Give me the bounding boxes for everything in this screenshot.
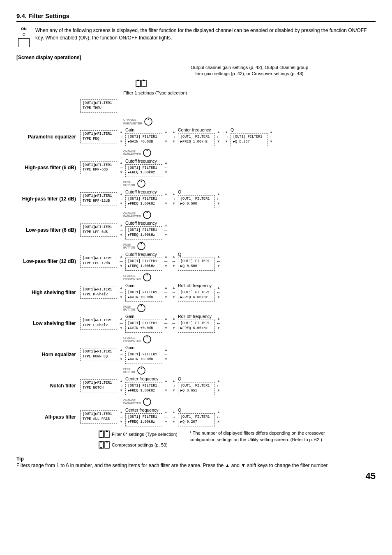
- filter-screen-5: [OUT1]▶FILTER1TYPE H-Shelv: [80, 286, 117, 299]
- knob-between-0: CHANGEPARAMETER: [123, 116, 376, 127]
- param-screen-4-1: [OUT1] FILTER1▶Q 0.500: [178, 258, 215, 271]
- arrow-right-5-0: ▲ → ▼: [119, 286, 124, 299]
- filter-name-7: Horn equalizer: [16, 352, 80, 357]
- arrow-left-9-0: ▲ ← ▼: [164, 410, 168, 424]
- arrow-left-5-0: ▲ ← ▼: [164, 286, 168, 299]
- knob-between-3: CHANGE PARAMETER: [123, 209, 376, 221]
- page-number: 45: [366, 471, 376, 481]
- filter-name-0: Parametric equalizer: [16, 134, 80, 140]
- filter-screen-6: [OUT1]▶FILTER1TYPE L-Shelv: [80, 317, 117, 330]
- param-group-9-1: Q[OUT1] FILTER1▶Q 0.267: [178, 408, 215, 426]
- arrow-right-3-0: ▲ → ▼: [119, 223, 124, 237]
- filter-row-5: High shelving filter[OUT1]▶FILTER1TYPE H…: [16, 283, 376, 302]
- param-label-6-1: Roll-off frequency: [178, 314, 212, 319]
- param-group-2-0: Cutoff frequency[OUT1] FILTER1▶FREQ 1.00…: [125, 189, 162, 208]
- param-label-1-0: Cutoff frequency: [125, 159, 157, 164]
- filter-name-3: Low-pass filter (6 dB): [16, 227, 80, 233]
- screen-ops-title: [Screen display operations]: [16, 55, 376, 60]
- knob-icon-6: [137, 304, 146, 313]
- param-label-0-1: Center frequency: [178, 127, 211, 132]
- knob-between-9: CHANGE PARAMETER: [123, 396, 376, 408]
- param-label-5-1: Roll-off frequency: [178, 283, 212, 288]
- arrow-left-7-0: ▲ ← ▼: [164, 348, 168, 361]
- param-label-8-0: Center frequency: [125, 376, 159, 381]
- arrow-left-3-0: ▲ ← ▼: [164, 223, 168, 237]
- filter-name-2: High-pass filter (12 dB): [16, 196, 80, 202]
- filter-name-6: Low shelving filter: [16, 320, 80, 326]
- arrow-right-1-0: ▲ → ▼: [119, 161, 124, 174]
- filter1-label: Filter 1 settings (Type selection): [123, 90, 376, 95]
- param-screen-0-1: [OUT1] FILTER1▶FREQ 1.00kHz: [178, 133, 215, 146]
- svg-point-6: [148, 118, 149, 120]
- param-group-5-0: Gain[OUT1] FILTER1▶GAIN +0.0dB: [125, 283, 162, 302]
- top-nav-icon: [136, 79, 376, 88]
- top-label: Output channel gain settings (p. 42), Ou…: [123, 64, 376, 77]
- knob-icon-9: [143, 397, 152, 406]
- param-group-4-1: Q[OUT1] FILTER1▶Q 0.500: [178, 252, 215, 271]
- param-screen-8-1: [OUT1] FILTER1▶Q 8.651: [178, 382, 215, 395]
- arrow-right-6-0: ▲ → ▼: [119, 317, 124, 330]
- knob-between-4: PUSH BUTTON: [123, 240, 376, 252]
- knob-between-2: PUSH BUTTON: [123, 178, 376, 189]
- param-label-0-2: Q: [231, 127, 234, 132]
- param-label-9-1: Q: [178, 408, 181, 412]
- arrow-right-0-2: ▲ → ▼: [224, 130, 229, 143]
- tip-section: Tip Filters range from 1 to 6 in number,…: [16, 456, 376, 469]
- arrow-right-0-1: ▲ → ▼: [171, 130, 176, 143]
- svg-point-16: [147, 274, 148, 275]
- svg-point-22: [141, 368, 142, 369]
- arrow-left-4-0: ▲ ← ▼: [164, 255, 168, 268]
- svg-rect-0: [136, 80, 141, 87]
- section-title: 9.4. Filter Settings: [16, 12, 376, 22]
- filter6-nav-icon: [99, 430, 110, 439]
- tip-title: Tip: [16, 456, 24, 462]
- diagram-area: Output channel gain settings (p. 42), Ou…: [16, 64, 376, 469]
- on-label: ON: [21, 27, 27, 31]
- arrow-right-9-0: ▲ → ▼: [119, 410, 124, 424]
- filter-screen-7: [OUT1]▶FILTER1TYPE HORN EQ: [80, 348, 117, 361]
- svg-rect-3: [142, 80, 146, 87]
- param-screen-6-0: [OUT1] FILTER1▶GAIN +0.0dB: [125, 320, 162, 333]
- knob-icon-2: [137, 179, 146, 188]
- intro-block: ON ○ When any of the following screens i…: [16, 27, 376, 47]
- svg-point-14: [141, 243, 142, 244]
- param-label-5-0: Gain: [125, 283, 134, 288]
- arrow-left-0-0: ▲ ← ▼: [164, 130, 168, 143]
- param-label-0-0: Gain: [125, 127, 134, 132]
- arrow-right-4-1: ▲ → ▼: [171, 255, 176, 268]
- filter-row-7: Horn equalizer[OUT1]▶FILTER1TYPE HORN EQ…: [16, 345, 376, 364]
- bottom-area: Filter 6* settings (Type selection) Comp…: [16, 430, 376, 449]
- svg-point-18: [141, 305, 142, 306]
- param-group-1-0: Cutoff frequency[OUT1] FILTER1▶FREQ 1.00…: [125, 159, 162, 177]
- param-screen-7-0: [OUT1] FILTER1▶GAIN +0.0dB: [125, 351, 162, 364]
- arrow-left-6-1: ▲ ← ▼: [216, 317, 221, 330]
- on-off-indicator: ON ○: [16, 27, 31, 47]
- filter-name-8: Notch filter: [16, 383, 80, 389]
- svg-rect-33: [105, 442, 109, 448]
- param-screen-2-0: [OUT1] FILTER1▶FREQ 1.00kHz: [125, 195, 162, 208]
- filter-screen-4: [OUT1]▶FILTER1TYPE LPF-12dB: [80, 255, 117, 268]
- arrow-left-8-1: ▲ ← ▼: [216, 379, 221, 392]
- intro-text: When any of the following screens is dis…: [35, 27, 376, 41]
- filter-row-1: High-pass filter (6 dB)[OUT1]▶FILTER1TYP…: [16, 159, 376, 177]
- arrow-left-2-1: ▲ ← ▼: [216, 192, 221, 205]
- arrow-left-9-1: ▲ ← ▼: [216, 410, 221, 424]
- filter-screen-2: [OUT1]▶FILTER1TYPE HPF-12dB: [80, 192, 117, 205]
- arrow-right-5-1: ▲ → ▼: [171, 286, 176, 299]
- filter-row-3: Low-pass filter (6 dB)[OUT1]▶FILTER1TYPE…: [16, 221, 376, 240]
- knob-between-1: CHANGE PARAMETER: [123, 147, 376, 159]
- knob-icon-8: [137, 366, 146, 375]
- param-group-5-1: Roll-off frequency[OUT1] FILTER1▶FREQ 6.…: [178, 283, 215, 302]
- svg-rect-25: [99, 431, 104, 438]
- svg-point-10: [141, 181, 142, 182]
- knob-icon-0: [144, 117, 153, 126]
- param-screen-4-0: [OUT1] FILTER1▶FREQ 1.00kHz: [125, 258, 162, 271]
- filter6-nav: Filter 6* settings (Type selection): [99, 430, 178, 439]
- arrow-right-7-0: ▲ → ▼: [119, 348, 124, 361]
- filter-screen-8: [OUT1]▶FILTER1TYPE NOTCH: [80, 379, 117, 392]
- svg-point-24: [147, 398, 148, 400]
- svg-point-8: [147, 150, 148, 151]
- arrow-right-4-0: ▲ → ▼: [119, 255, 124, 268]
- compressor-nav: Compressor settings (p. 50): [99, 440, 178, 449]
- on-off-box: [18, 38, 30, 47]
